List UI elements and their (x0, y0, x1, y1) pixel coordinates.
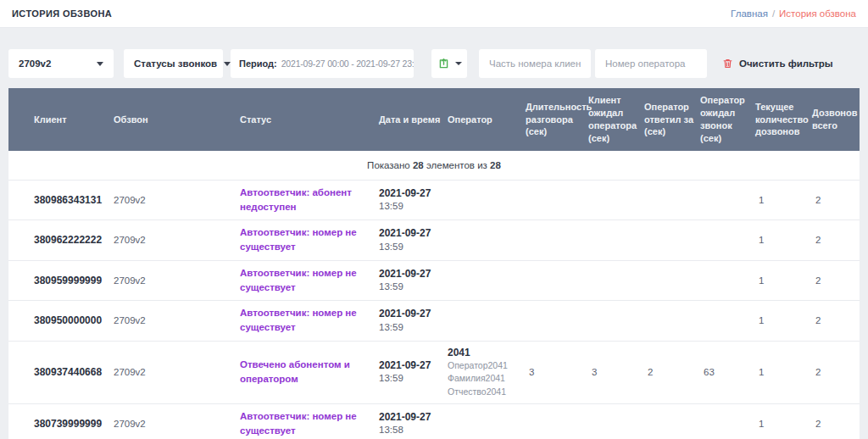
operator-id: 2041 (448, 347, 520, 360)
status-cell: Автоответчик: номер не существует (240, 220, 379, 261)
operator-cell (448, 220, 526, 261)
col-campaign: Обзвон (114, 88, 240, 151)
topbar: ИСТОРИЯ ОБЗВОНА Главная / История обзвон… (0, 0, 868, 28)
date-value: 2021-09-27 (379, 267, 442, 281)
date-value: 2021-09-27 (379, 358, 442, 372)
status-link[interactable]: Автоответчик: номер не существует (240, 225, 374, 255)
status-link[interactable]: Автоответчик: номер не существует (240, 266, 374, 296)
operator-number-input[interactable] (595, 49, 707, 78)
page-title: ИСТОРИЯ ОБЗВОНА (12, 8, 112, 19)
period-label: Период: (239, 58, 277, 69)
operator-cell (448, 260, 526, 301)
operator-details: Оператор2041Фамилия2041Отчество2041 (448, 359, 520, 398)
export-button[interactable] (431, 49, 467, 78)
client-cell: 380950000000 (8, 301, 114, 342)
table-header: Клиент Обзвон Статус Дата и время Операт… (8, 88, 860, 151)
breadcrumb-separator: / (772, 8, 775, 19)
status-link[interactable]: Автоответчик: номер не существует (240, 306, 374, 336)
status-cell: Автоответчик: номер не существует (240, 403, 379, 439)
breadcrumb: Главная / История обзвона (731, 8, 856, 19)
operator-answered-cell (644, 260, 700, 301)
time-value: 13:59 (379, 281, 442, 294)
datetime-cell: 2021-09-27 13:59 (379, 220, 448, 261)
operator-answered-cell (644, 301, 700, 342)
summary-text: Показано 28 элементов из 28 (8, 151, 860, 180)
total-attempts-cell: 2 (812, 180, 860, 220)
status-cell: Автоответчик: номер не существует (240, 260, 379, 301)
operator-cell (448, 301, 526, 342)
col-client-waited: Клиент ожидал оператора (сек) (588, 88, 644, 151)
datetime-cell: 2021-09-27 13:58 (379, 403, 448, 439)
talk-duration-cell (526, 220, 588, 261)
date-value: 2021-09-27 (379, 307, 442, 320)
current-attempts-cell: 1 (755, 403, 812, 439)
operator-waited-cell (700, 301, 755, 342)
client-waited-cell (588, 180, 644, 220)
operator-answered-cell (644, 180, 700, 220)
client-cell: 380962222222 (8, 220, 114, 261)
period-range-picker[interactable]: Период: 2021-09-27 00:00 - 2021-09-27 23… (231, 49, 414, 78)
chevron-down-icon (97, 62, 103, 66)
col-operator-waited: Оператор ожидал звонок (сек) (700, 88, 755, 151)
campaign-select[interactable]: 2709v2 (8, 49, 114, 78)
time-value: 13:59 (379, 372, 442, 386)
client-cell: 380739999999 (8, 403, 114, 439)
client-waited-cell: 3 (588, 341, 644, 403)
campaign-cell: 2709v2 (114, 403, 240, 439)
chevron-down-icon (224, 62, 231, 66)
table-row: 380959999999 2709v2 Автоответчик: номер … (8, 260, 860, 301)
client-number-input[interactable] (479, 49, 591, 78)
call-status-select[interactable]: Статусы звонков (124, 49, 223, 78)
col-operator-answered: Оператор ответил за (сек) (644, 88, 700, 151)
clear-filters-button[interactable]: Очистить фильтры (722, 49, 833, 78)
time-value: 13:59 (379, 321, 442, 335)
operator-answered-cell: 2 (644, 341, 700, 403)
call-history-table: Клиент Обзвон Статус Дата и время Операт… (8, 88, 860, 439)
total-attempts-cell: 2 (812, 260, 860, 301)
campaign-cell: 2709v2 (114, 220, 240, 261)
client-cell: 380937440668 (8, 341, 114, 403)
table-row: 380937440668 2709v2 Отвечено абонентом и… (8, 341, 860, 403)
status-link[interactable]: Автоответчик: номер не существует (240, 409, 374, 439)
trash-icon (722, 58, 733, 69)
time-value: 13:58 (379, 424, 442, 437)
status-cell: Отвечено абонентом и оператором (240, 341, 379, 403)
talk-duration-cell (526, 180, 588, 220)
client-waited-cell (588, 220, 644, 261)
summary-row: Показано 28 элементов из 28 (8, 151, 860, 180)
col-datetime: Дата и время (379, 88, 448, 151)
operator-answered-cell (644, 220, 700, 261)
talk-duration-cell (526, 403, 588, 439)
status-link[interactable]: Отвечено абонентом и оператором (240, 358, 374, 387)
operator-answered-cell (644, 403, 700, 439)
date-value: 2021-09-27 (379, 186, 442, 200)
talk-duration-cell (526, 260, 588, 301)
chevron-down-icon (455, 62, 462, 65)
talk-duration-cell: 3 (526, 341, 588, 403)
current-attempts-cell: 1 (755, 220, 812, 261)
client-waited-cell (588, 301, 644, 342)
campaign-cell: 2709v2 (114, 301, 240, 342)
col-client: Клиент (8, 88, 114, 151)
clear-filters-label: Очистить фильтры (739, 58, 833, 69)
status-cell: Автоответчик: номер не существует (240, 301, 379, 342)
datetime-cell: 2021-09-27 13:59 (379, 341, 448, 403)
status-link[interactable]: Автоответчик: абонент недоступен (240, 186, 374, 215)
filter-bar: 2709v2 Статусы звонков Период: 2021-09-2… (0, 28, 868, 88)
time-value: 13:59 (379, 200, 442, 214)
campaign-cell: 2709v2 (114, 180, 240, 220)
date-value: 2021-09-27 (379, 226, 442, 240)
breadcrumb-home-link[interactable]: Главная (731, 8, 768, 19)
operator-waited-cell (700, 260, 755, 301)
export-download-icon (437, 58, 450, 69)
client-waited-cell (588, 403, 644, 439)
operator-waited-cell: 63 (700, 341, 755, 403)
current-attempts-cell: 1 (755, 341, 812, 403)
total-attempts-cell: 2 (812, 301, 860, 342)
operator-waited-cell (700, 220, 755, 261)
date-value: 2021-09-27 (379, 410, 442, 424)
col-current-attempts: Текущее количество дозвонов (755, 88, 812, 151)
campaign-select-value: 2709v2 (19, 58, 51, 69)
total-attempts-cell: 2 (812, 220, 860, 261)
col-operator: Оператор (448, 88, 526, 151)
